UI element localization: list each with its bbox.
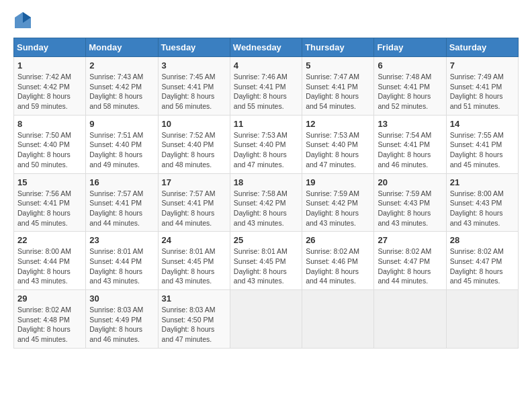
day-number: 8 xyxy=(17,119,82,129)
day-cell-empty xyxy=(302,290,374,349)
day-info: Sunrise: 7:59 AMSunset: 4:43 PMDaylight:… xyxy=(378,189,442,228)
day-info: Sunrise: 7:56 AMSunset: 4:41 PMDaylight:… xyxy=(17,189,82,228)
day-cell-2: 2Sunrise: 7:43 AMSunset: 4:42 PMDaylight… xyxy=(86,57,158,116)
day-number: 23 xyxy=(89,235,154,245)
day-number: 17 xyxy=(162,177,226,187)
day-info: Sunrise: 7:48 AMSunset: 4:41 PMDaylight:… xyxy=(378,72,442,111)
day-number: 21 xyxy=(450,177,515,187)
day-number: 2 xyxy=(89,60,154,71)
day-info: Sunrise: 8:02 AMSunset: 4:47 PMDaylight:… xyxy=(378,246,442,286)
day-cell-8: 8Sunrise: 7:50 AMSunset: 4:40 PMDaylight… xyxy=(14,115,86,173)
day-info: Sunrise: 7:54 AMSunset: 4:41 PMDaylight:… xyxy=(378,130,442,170)
day-cell-21: 21Sunrise: 8:00 AMSunset: 4:43 PMDayligh… xyxy=(446,173,518,232)
weekday-wednesday: Wednesday xyxy=(230,38,302,57)
day-info: Sunrise: 7:49 AMSunset: 4:41 PMDaylight:… xyxy=(450,72,515,111)
day-cell-empty xyxy=(446,290,518,349)
day-info: Sunrise: 7:57 AMSunset: 4:41 PMDaylight:… xyxy=(162,189,226,228)
day-number: 3 xyxy=(162,60,226,71)
day-info: Sunrise: 8:01 AMSunset: 4:45 PMDaylight:… xyxy=(162,246,226,286)
day-info: Sunrise: 7:53 AMSunset: 4:40 PMDaylight:… xyxy=(234,130,298,170)
day-info: Sunrise: 8:02 AMSunset: 4:47 PMDaylight:… xyxy=(450,246,515,286)
day-info: Sunrise: 8:02 AMSunset: 4:46 PMDaylight:… xyxy=(306,246,370,286)
week-row-1: 1Sunrise: 7:42 AMSunset: 4:42 PMDaylight… xyxy=(14,57,519,116)
day-number: 15 xyxy=(17,177,82,187)
day-info: Sunrise: 7:43 AMSunset: 4:42 PMDaylight:… xyxy=(89,72,154,111)
day-number: 28 xyxy=(450,235,515,245)
day-info: Sunrise: 7:57 AMSunset: 4:41 PMDaylight:… xyxy=(89,189,154,228)
day-cell-9: 9Sunrise: 7:51 AMSunset: 4:40 PMDaylight… xyxy=(86,115,158,173)
day-number: 27 xyxy=(378,235,442,245)
day-number: 4 xyxy=(234,60,298,71)
day-cell-20: 20Sunrise: 7:59 AMSunset: 4:43 PMDayligh… xyxy=(374,173,446,232)
day-info: Sunrise: 7:55 AMSunset: 4:41 PMDaylight:… xyxy=(450,130,515,170)
day-cell-12: 12Sunrise: 7:53 AMSunset: 4:40 PMDayligh… xyxy=(302,115,374,173)
header xyxy=(13,11,519,30)
week-row-5: 29Sunrise: 8:02 AMSunset: 4:48 PMDayligh… xyxy=(14,290,519,349)
day-cell-4: 4Sunrise: 7:46 AMSunset: 4:41 PMDaylight… xyxy=(230,57,302,116)
day-info: Sunrise: 8:03 AMSunset: 4:49 PMDaylight:… xyxy=(89,305,154,345)
day-number: 19 xyxy=(306,177,370,187)
day-cell-30: 30Sunrise: 8:03 AMSunset: 4:49 PMDayligh… xyxy=(86,290,158,349)
day-info: Sunrise: 7:53 AMSunset: 4:40 PMDaylight:… xyxy=(306,130,370,170)
day-number: 24 xyxy=(162,235,226,245)
day-info: Sunrise: 8:02 AMSunset: 4:48 PMDaylight:… xyxy=(17,305,82,345)
day-cell-29: 29Sunrise: 8:02 AMSunset: 4:48 PMDayligh… xyxy=(14,290,86,349)
week-row-4: 22Sunrise: 8:00 AMSunset: 4:44 PMDayligh… xyxy=(14,232,519,290)
day-number: 16 xyxy=(89,177,154,187)
weekday-tuesday: Tuesday xyxy=(158,38,230,57)
weekday-header-row: SundayMondayTuesdayWednesdayThursdayFrid… xyxy=(14,38,519,57)
day-info: Sunrise: 7:51 AMSunset: 4:40 PMDaylight:… xyxy=(89,130,154,170)
day-number: 12 xyxy=(306,119,370,129)
week-row-3: 15Sunrise: 7:56 AMSunset: 4:41 PMDayligh… xyxy=(14,173,519,232)
day-number: 30 xyxy=(89,293,154,304)
day-info: Sunrise: 7:47 AMSunset: 4:41 PMDaylight:… xyxy=(306,72,370,111)
weekday-saturday: Saturday xyxy=(446,38,518,57)
day-number: 6 xyxy=(378,60,442,71)
day-info: Sunrise: 7:59 AMSunset: 4:42 PMDaylight:… xyxy=(306,189,370,228)
day-cell-11: 11Sunrise: 7:53 AMSunset: 4:40 PMDayligh… xyxy=(230,115,302,173)
day-cell-23: 23Sunrise: 8:01 AMSunset: 4:44 PMDayligh… xyxy=(86,232,158,290)
week-row-2: 8Sunrise: 7:50 AMSunset: 4:40 PMDaylight… xyxy=(14,115,519,173)
day-number: 20 xyxy=(378,177,442,187)
day-info: Sunrise: 7:45 AMSunset: 4:41 PMDaylight:… xyxy=(162,72,226,111)
day-info: Sunrise: 7:46 AMSunset: 4:41 PMDaylight:… xyxy=(234,72,298,111)
day-info: Sunrise: 8:01 AMSunset: 4:44 PMDaylight:… xyxy=(89,246,154,286)
day-cell-18: 18Sunrise: 7:58 AMSunset: 4:42 PMDayligh… xyxy=(230,173,302,232)
day-number: 22 xyxy=(17,235,82,245)
day-number: 14 xyxy=(450,119,515,129)
day-cell-10: 10Sunrise: 7:52 AMSunset: 4:40 PMDayligh… xyxy=(158,115,230,173)
day-number: 1 xyxy=(17,60,82,71)
weekday-monday: Monday xyxy=(86,38,158,57)
day-info: Sunrise: 8:01 AMSunset: 4:45 PMDaylight:… xyxy=(234,246,298,286)
day-cell-26: 26Sunrise: 8:02 AMSunset: 4:46 PMDayligh… xyxy=(302,232,374,290)
day-number: 31 xyxy=(162,293,226,304)
day-cell-24: 24Sunrise: 8:01 AMSunset: 4:45 PMDayligh… xyxy=(158,232,230,290)
day-info: Sunrise: 8:03 AMSunset: 4:50 PMDaylight:… xyxy=(162,305,226,345)
day-cell-22: 22Sunrise: 8:00 AMSunset: 4:44 PMDayligh… xyxy=(14,232,86,290)
weekday-friday: Friday xyxy=(374,38,446,57)
day-number: 10 xyxy=(162,119,226,129)
day-number: 18 xyxy=(234,177,298,187)
page-container: SundayMondayTuesdayWednesdayThursdayFrid… xyxy=(0,0,532,355)
day-info: Sunrise: 7:42 AMSunset: 4:42 PMDaylight:… xyxy=(17,72,82,111)
day-cell-25: 25Sunrise: 8:01 AMSunset: 4:45 PMDayligh… xyxy=(230,232,302,290)
day-number: 13 xyxy=(378,119,442,129)
day-info: Sunrise: 7:50 AMSunset: 4:40 PMDaylight:… xyxy=(17,130,82,170)
day-number: 29 xyxy=(17,293,82,304)
day-info: Sunrise: 7:52 AMSunset: 4:40 PMDaylight:… xyxy=(162,130,226,170)
logo xyxy=(13,11,35,30)
day-cell-31: 31Sunrise: 8:03 AMSunset: 4:50 PMDayligh… xyxy=(158,290,230,349)
weekday-thursday: Thursday xyxy=(302,38,374,57)
day-number: 26 xyxy=(306,235,370,245)
day-cell-14: 14Sunrise: 7:55 AMSunset: 4:41 PMDayligh… xyxy=(446,115,518,173)
day-number: 9 xyxy=(89,119,154,129)
day-cell-28: 28Sunrise: 8:02 AMSunset: 4:47 PMDayligh… xyxy=(446,232,518,290)
day-cell-13: 13Sunrise: 7:54 AMSunset: 4:41 PMDayligh… xyxy=(374,115,446,173)
day-number: 5 xyxy=(306,60,370,71)
day-cell-6: 6Sunrise: 7:48 AMSunset: 4:41 PMDaylight… xyxy=(374,57,446,116)
day-cell-empty xyxy=(230,290,302,349)
day-number: 7 xyxy=(450,60,515,71)
day-cell-16: 16Sunrise: 7:57 AMSunset: 4:41 PMDayligh… xyxy=(86,173,158,232)
day-cell-19: 19Sunrise: 7:59 AMSunset: 4:42 PMDayligh… xyxy=(302,173,374,232)
day-number: 25 xyxy=(234,235,298,245)
